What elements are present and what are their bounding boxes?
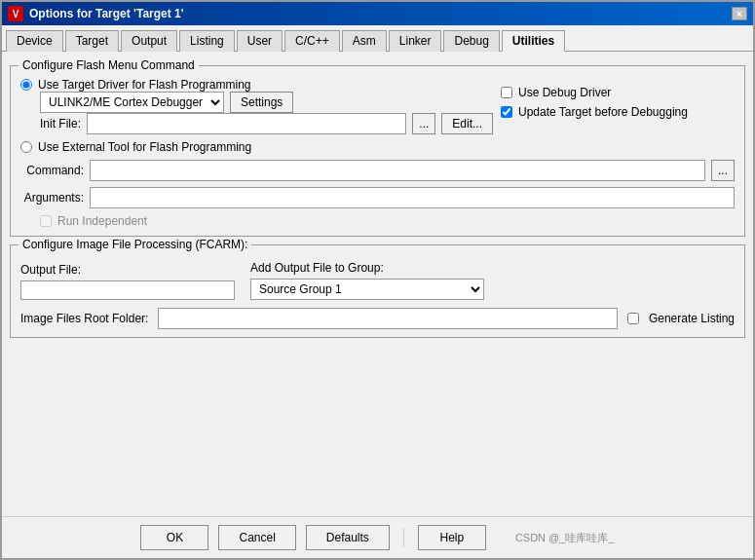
command-label: Command: (20, 164, 84, 177)
fcarm-row1: Output File: Add Output File to Group: S… (20, 261, 735, 300)
image-root-label: Image Files Root Folder: (20, 312, 148, 325)
tab-output[interactable]: Output (121, 30, 177, 52)
flash-group-content: Use Target Driver for Flash Programming … (20, 78, 735, 228)
fcarm-row2: Image Files Root Folder: Generate Listin… (20, 308, 735, 329)
title-bar-left: V Options for Target 'Target 1' (8, 6, 184, 21)
init-file-input[interactable] (87, 113, 406, 134)
init-file-browse-button[interactable]: ... (412, 113, 435, 134)
tabs-bar: Device Target Output Listing User C/C++ … (2, 25, 753, 52)
fcarm-group: Configure Image File Processing (FCARM):… (10, 244, 745, 338)
use-target-driver-label: Use Target Driver for Flash Programming (38, 78, 251, 92)
source-group-select[interactable]: Source Group 1 (250, 279, 484, 300)
use-external-row: Use External Tool for Flash Programming (20, 140, 735, 154)
run-independent-label: Run Independent (57, 214, 147, 228)
driver-select[interactable]: ULINK2/ME Cortex Debugger (40, 92, 224, 113)
tab-user[interactable]: User (237, 30, 283, 52)
fcarm-group-title: Configure Image File Processing (FCARM): (19, 238, 251, 251)
tab-target[interactable]: Target (65, 30, 119, 52)
content-area: Configure Flash Menu Command Use Target … (2, 52, 753, 516)
left-panel: Use Target Driver for Flash Programming … (20, 78, 493, 134)
output-file-col: Output File: (20, 263, 235, 300)
use-target-driver-radio[interactable] (20, 79, 32, 91)
tab-debug[interactable]: Debug (443, 30, 499, 52)
update-target-row: Update Target before Debugging (501, 105, 735, 119)
cancel-button[interactable]: Cancel (218, 525, 295, 550)
arguments-input[interactable] (90, 187, 735, 208)
arguments-row: Arguments: (20, 187, 735, 208)
use-external-label: Use External Tool for Flash Programming (38, 140, 251, 154)
init-file-label: Init File: (40, 117, 81, 131)
edit-button[interactable]: Edit... (441, 113, 493, 134)
right-panel: Use Debug Driver Update Target before De… (501, 78, 735, 119)
tab-linker[interactable]: Linker (389, 30, 442, 52)
tab-listing[interactable]: Listing (179, 30, 235, 52)
update-target-checkbox[interactable] (501, 106, 512, 118)
command-row: Command: ... (20, 160, 735, 181)
help-button[interactable]: Help (418, 525, 486, 550)
generate-listing-checkbox[interactable] (627, 313, 639, 324)
command-browse-button[interactable]: ... (711, 160, 735, 181)
add-output-col: Add Output File to Group: Source Group 1 (250, 261, 484, 300)
add-output-label: Add Output File to Group: (250, 261, 484, 275)
app-icon: V (8, 6, 23, 21)
use-debug-driver-checkbox[interactable] (501, 87, 512, 98)
tab-device[interactable]: Device (6, 30, 63, 52)
use-debug-driver-label: Use Debug Driver (518, 86, 611, 99)
command-input[interactable] (90, 160, 705, 181)
use-debug-driver-row: Use Debug Driver (501, 86, 735, 99)
close-button[interactable]: × (732, 7, 747, 20)
output-file-input[interactable] (20, 280, 235, 300)
run-independent-row: Run Independent (20, 214, 735, 228)
tab-asm[interactable]: Asm (342, 30, 387, 52)
watermark: CSDN @_哇库哇库_ (496, 531, 615, 545)
fcarm-content: Output File: Add Output File to Group: S… (20, 261, 735, 329)
generate-listing-label: Generate Listing (649, 312, 735, 325)
ok-button[interactable]: OK (140, 525, 208, 550)
flash-group: Configure Flash Menu Command Use Target … (10, 65, 745, 237)
tab-utilities[interactable]: Utilities (502, 30, 565, 52)
init-file-row: Init File: ... Edit... (20, 113, 493, 134)
bottom-buttons: OK Cancel Defaults Help CSDN @_哇库哇库_ (2, 516, 753, 558)
output-file-label: Output File: (20, 263, 235, 277)
window-title: Options for Target 'Target 1' (29, 7, 184, 20)
use-target-driver-row: Use Target Driver for Flash Programming (20, 78, 493, 92)
top-section: Use Target Driver for Flash Programming … (20, 78, 735, 134)
source-group-row: Source Group 1 (250, 279, 484, 300)
settings-button[interactable]: Settings (230, 92, 293, 113)
tab-cpp[interactable]: C/C++ (284, 30, 340, 52)
main-window: V Options for Target 'Target 1' × Device… (0, 0, 755, 560)
run-independent-checkbox[interactable] (40, 215, 52, 227)
defaults-button[interactable]: Defaults (306, 525, 390, 550)
arguments-label: Arguments: (20, 191, 84, 205)
image-root-input[interactable] (158, 308, 618, 329)
update-target-label: Update Target before Debugging (518, 105, 688, 119)
title-bar: V Options for Target 'Target 1' × (2, 2, 753, 25)
use-external-radio[interactable] (20, 141, 32, 153)
flash-group-title: Configure Flash Menu Command (19, 58, 199, 72)
driver-row: ULINK2/ME Cortex Debugger Settings (20, 92, 493, 113)
